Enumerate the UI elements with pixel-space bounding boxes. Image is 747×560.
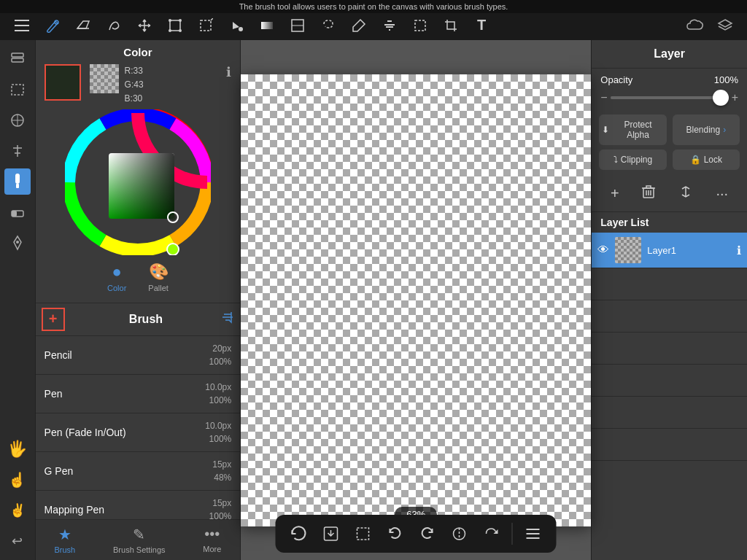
brush-add-button[interactable]: + xyxy=(42,308,65,331)
color-correct-button[interactable] xyxy=(376,12,403,39)
brush-item-specs: 15px100% xyxy=(209,497,232,519)
sidebar-finger-button[interactable]: ☝ xyxy=(4,467,31,493)
brush-list-item[interactable]: Pen 10.0px100% xyxy=(36,375,241,413)
svg-rect-0 xyxy=(15,20,29,21)
opacity-increase-button[interactable]: + xyxy=(732,91,738,104)
canvas-area[interactable]: 63% xyxy=(241,40,591,560)
lock-button[interactable]: 🔒 Lock xyxy=(673,149,740,170)
sidebar-select-button[interactable] xyxy=(4,77,31,103)
brush-list-item[interactable]: Pencil 20px100% xyxy=(36,336,241,375)
svg-rect-6 xyxy=(170,20,180,31)
brush-settings-tab-button[interactable]: ✎ Brush Settings xyxy=(113,526,166,554)
sidebar-pen-button[interactable] xyxy=(4,230,31,256)
clipping-row: ⤵ Clipping 🔒 Lock xyxy=(592,149,747,176)
sidebar-layers-button[interactable] xyxy=(4,46,31,72)
sidebar-gesture-button[interactable]: ✌ xyxy=(4,497,31,524)
toolbar-right xyxy=(681,12,738,39)
brush-sort-button[interactable] xyxy=(221,311,234,327)
sidebar-transform-button[interactable] xyxy=(4,107,31,133)
color-wheel-container[interactable] xyxy=(42,109,235,255)
color-tab-pallet[interactable]: 🎨 Pallet xyxy=(148,262,169,292)
opacity-slider[interactable] xyxy=(611,96,729,99)
color-circle-icon: ● xyxy=(112,262,122,281)
layer-more-button[interactable]: ··· xyxy=(713,182,732,205)
svg-rect-11 xyxy=(201,20,211,31)
smudge-tool-button[interactable] xyxy=(101,12,127,39)
left-panel: Color R:33 G:43 B:30 ℹ xyxy=(36,40,241,560)
more-tab-button[interactable]: ••• More xyxy=(203,526,221,554)
layer-empty-slot-2 xyxy=(592,300,747,332)
brush-list-item[interactable]: Pen (Fade In/Out) 10.0px100% xyxy=(36,413,241,452)
layer-reorder-button[interactable] xyxy=(676,182,696,205)
canvas-flip[interactable] xyxy=(445,519,474,548)
protect-alpha-button[interactable]: ⬇ Protect Alpha xyxy=(599,114,666,145)
layer-item[interactable]: 👁 Layer1 ℹ xyxy=(592,233,747,268)
canvas-undo[interactable] xyxy=(381,519,410,548)
tone-tool-button[interactable] xyxy=(285,12,311,39)
menu-button[interactable] xyxy=(9,12,35,39)
sidebar-adjust-button[interactable] xyxy=(4,138,31,164)
svg-rect-2 xyxy=(15,30,29,31)
brush-section: + Brush Pencil 20px100% Pen 10.0px100% P… xyxy=(36,303,241,519)
opacity-row: Opacity 100% xyxy=(592,69,747,91)
select-tool-button[interactable] xyxy=(407,12,433,39)
panel-bottom-tabs: ★ Brush ✎ Brush Settings ••• More xyxy=(36,519,241,560)
clipping-button[interactable]: ⤵ Clipping xyxy=(599,149,666,170)
color-rgb-values: R:33 G:43 B:30 xyxy=(125,64,144,106)
fill-tool-button[interactable] xyxy=(223,12,249,39)
brush-list-item[interactable]: G Pen 15px48% xyxy=(36,452,241,491)
crop-tool-button[interactable] xyxy=(438,12,464,39)
toolbar-left: T xyxy=(9,12,495,39)
layers-tool-button[interactable] xyxy=(712,12,738,39)
sidebar-eraser-button[interactable] xyxy=(4,199,31,225)
move-tool-button[interactable] xyxy=(131,12,158,39)
layer-info-button[interactable]: ℹ xyxy=(737,244,741,257)
svg-point-37 xyxy=(167,244,179,255)
brush-list-item[interactable]: Mapping Pen 15px100% xyxy=(36,491,241,519)
pallet-icon: 🎨 xyxy=(149,262,169,281)
svg-rect-17 xyxy=(415,20,425,31)
brush-tab-button[interactable]: ★ Brush xyxy=(54,526,75,554)
layer-name: Layer1 xyxy=(647,245,731,256)
canvas-transform[interactable] xyxy=(477,519,506,548)
color-wheel[interactable] xyxy=(65,109,211,255)
canvas-redo[interactable] xyxy=(413,519,442,548)
canvas-export[interactable] xyxy=(317,519,346,548)
canvas-toolbar xyxy=(276,515,557,553)
gradient-tool-button[interactable] xyxy=(254,12,280,39)
svg-point-10 xyxy=(179,29,182,32)
layer-thumbnail xyxy=(615,237,641,263)
lasso-tool-button[interactable] xyxy=(315,12,341,39)
color-tab-color[interactable]: ● Color xyxy=(107,262,126,292)
cloud-tool-button[interactable] xyxy=(681,12,708,39)
canvas-menu[interactable] xyxy=(519,519,548,548)
transform-tool-button[interactable] xyxy=(162,12,188,39)
sidebar-hand-button[interactable]: 🖐 xyxy=(4,436,31,462)
eyedropper-button[interactable] xyxy=(346,12,372,39)
transparent-swatch[interactable] xyxy=(90,64,119,93)
sidebar-brush-button[interactable] xyxy=(4,168,31,195)
canvas-rotate-left[interactable] xyxy=(285,519,314,548)
sidebar-undo-button[interactable]: ↩ xyxy=(4,528,31,554)
svg-point-9 xyxy=(169,29,171,32)
text-tool-button[interactable]: T xyxy=(468,12,495,39)
svg-rect-30 xyxy=(12,211,17,217)
brush-tab-icon: ★ xyxy=(58,526,71,543)
canvas[interactable] xyxy=(241,74,591,526)
layer-add-button[interactable]: + xyxy=(608,182,622,205)
canvas-select-rect[interactable] xyxy=(349,519,378,548)
layer-empty-slot-1 xyxy=(592,268,747,300)
blending-button[interactable]: Blending › xyxy=(673,114,740,145)
free-transform-button[interactable] xyxy=(193,12,219,39)
brush-tool-button[interactable] xyxy=(39,12,66,39)
layer-empty-slot-6 xyxy=(592,429,747,461)
eraser-tool-button[interactable] xyxy=(70,12,96,39)
layer-delete-button[interactable] xyxy=(639,182,658,206)
svg-marker-4 xyxy=(77,21,89,28)
svg-rect-13 xyxy=(261,22,273,29)
opacity-decrease-button[interactable]: − xyxy=(600,91,607,104)
color-info-button[interactable]: ℹ xyxy=(226,64,231,80)
layer-visibility-toggle[interactable]: 👁 xyxy=(597,244,609,257)
current-color-swatch[interactable] xyxy=(44,64,81,101)
svg-rect-20 xyxy=(12,85,23,95)
